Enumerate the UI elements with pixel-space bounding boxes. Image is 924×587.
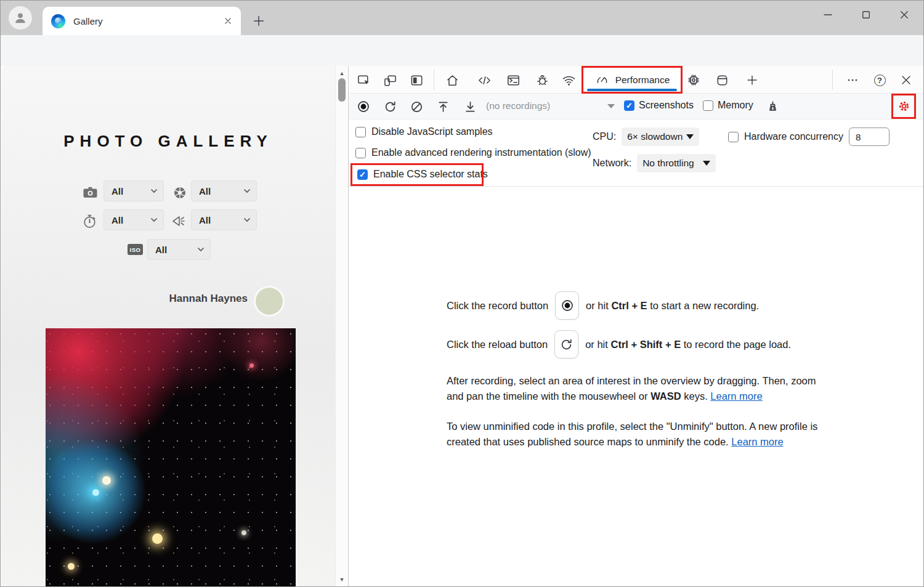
aperture-icon (172, 185, 187, 200)
network-throttle-select[interactable]: No throttling (637, 154, 716, 172)
aperture-filter-value: All (199, 186, 211, 196)
bokeh-light (241, 530, 246, 535)
timeline-help-paragraph: After recording, select an area of inter… (447, 373, 820, 404)
dock-side-icon[interactable] (407, 71, 426, 89)
camera-filter-select[interactable]: All (103, 180, 164, 201)
shutter-filter-select[interactable]: All (103, 209, 164, 230)
chevron-down-icon (243, 188, 251, 193)
disable-js-setting[interactable]: Disable JavaScript samples (355, 126, 493, 137)
scroll-up-arrow[interactable]: ▲ (336, 68, 348, 79)
minimize-button[interactable] (809, 1, 847, 29)
elements-code-icon[interactable] (474, 71, 494, 89)
advanced-rendering-label: Enable advanced rendering instrumentatio… (371, 147, 591, 158)
collect-garbage-icon[interactable] (763, 98, 782, 115)
aperture-filter-select[interactable]: All (191, 180, 257, 201)
new-tab-button[interactable] (249, 11, 269, 31)
disable-js-checkbox[interactable] (355, 127, 366, 137)
help-icon[interactable]: ? (870, 71, 890, 89)
console-icon[interactable] (503, 71, 523, 89)
profile-avatar[interactable] (9, 6, 32, 30)
save-profile-icon[interactable] (461, 98, 479, 115)
memory-chip-icon[interactable] (684, 71, 703, 89)
active-tab-indicator (587, 89, 677, 91)
record-button[interactable] (354, 98, 373, 115)
divider (434, 70, 434, 90)
advanced-rendering-setting[interactable]: Enable advanced rendering instrumentatio… (355, 147, 591, 158)
record-help-line: Click the record button or hit Ctrl + E … (447, 187, 924, 320)
css-selector-stats-highlight (351, 163, 484, 186)
record-help-post: or hit Ctrl + E to start a new recording… (586, 300, 759, 312)
reload-help-post: or hit Ctrl + Shift + E to record the pa… (585, 339, 791, 350)
browser-tab-gallery[interactable]: Gallery (43, 7, 241, 35)
learn-more-link[interactable]: Learn more (710, 391, 762, 402)
inspect-icon[interactable] (354, 71, 373, 89)
more-tools-plus-icon[interactable] (742, 71, 762, 89)
memory-toggle[interactable]: Memory (703, 100, 753, 111)
reload-icon (559, 338, 573, 352)
record-button-illustration (555, 291, 579, 320)
cpu-label: CPU: (593, 131, 616, 142)
devtools-panel: Performance ? (348, 66, 924, 587)
shutter-speed-icon (82, 214, 97, 229)
maximize-button[interactable] (847, 1, 885, 29)
load-profile-icon[interactable] (434, 98, 452, 115)
dropdown-caret-icon (686, 134, 694, 139)
tab-performance[interactable]: Performance (582, 66, 683, 94)
flash-filter-select[interactable]: All (191, 209, 257, 230)
chevron-down-icon (197, 247, 205, 252)
chevron-down-icon (243, 217, 251, 222)
screenshots-checkbox[interactable]: ✓ (624, 100, 634, 111)
tab-bar: Gallery (1, 1, 923, 35)
flash-filter-value: All (199, 215, 211, 225)
reload-record-button[interactable] (381, 98, 399, 115)
iso-filter-select[interactable]: All (147, 239, 211, 260)
recordings-caret-icon[interactable] (607, 104, 615, 108)
unminify-help-paragraph: To view unminified code in this profile,… (447, 419, 820, 450)
recordings-dropdown[interactable]: (no recordings) (486, 100, 550, 111)
devtools-menu-icon[interactable] (843, 71, 862, 89)
cpu-value: 6× slowdown (627, 131, 683, 142)
window-controls (809, 1, 923, 35)
bokeh-light (152, 533, 163, 544)
performance-toolbar: (no recordings) ✓ Screenshots Memory (349, 94, 924, 119)
advanced-rendering-checkbox[interactable] (355, 148, 366, 158)
hardware-concurrency-input[interactable]: 8 (849, 128, 890, 146)
hardware-concurrency-label: Hardware concurrency (744, 131, 843, 142)
devtools-tab-bar: Performance ? (349, 66, 924, 94)
screenshots-toggle[interactable]: ✓ Screenshots (624, 100, 694, 111)
photo-gallery-page: PHOTO GALLERY All All All (1, 66, 335, 587)
network-wifi-icon[interactable] (559, 71, 578, 89)
page-scrollbar[interactable]: ▲ ▼ (335, 66, 347, 587)
flash-icon (171, 214, 187, 229)
network-value: No throttling (642, 158, 694, 169)
page-title: PHOTO GALLERY (1, 132, 335, 151)
welcome-home-icon[interactable] (442, 71, 462, 89)
scrollbar-thumb[interactable] (338, 78, 346, 102)
clear-button[interactable] (407, 98, 426, 115)
bokeh-light (249, 363, 254, 368)
layout-icon[interactable] (712, 71, 732, 89)
chevron-down-icon (150, 217, 158, 222)
device-emulation-icon[interactable] (380, 71, 400, 89)
gallery-photo[interactable] (46, 328, 296, 587)
browser-window: Gallery mic (0, 0, 924, 587)
photographer-avatar[interactable] (256, 288, 283, 315)
browser-toolbar: microsoftedge.github.io/Demos/photo-gall… (1, 35, 923, 66)
person-icon (12, 10, 28, 26)
cpu-throttle-select[interactable]: 6× slowdown (622, 128, 699, 146)
issues-bug-icon[interactable] (532, 71, 552, 89)
chevron-down-icon (150, 188, 158, 193)
bokeh-light (92, 489, 99, 496)
gear-icon[interactable] (897, 99, 911, 113)
hardware-concurrency-checkbox[interactable] (728, 132, 739, 142)
tab-close-icon[interactable] (224, 17, 232, 25)
bokeh-light (68, 563, 75, 570)
divider (832, 70, 833, 90)
learn-more-link-2[interactable]: Learn more (731, 436, 783, 447)
window-close-button[interactable] (885, 1, 923, 29)
memory-checkbox[interactable] (703, 100, 713, 111)
iso-icon: ISO (128, 244, 143, 255)
reload-button-illustration (554, 330, 578, 358)
devtools-close-icon[interactable] (896, 71, 916, 89)
scroll-down-arrow[interactable]: ▼ (336, 574, 348, 585)
